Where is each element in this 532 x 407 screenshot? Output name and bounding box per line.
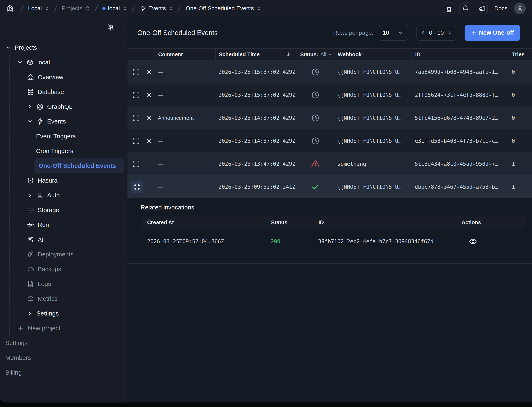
tries-value: 0 [512, 115, 515, 121]
breadcrumb-project[interactable]: local [102, 5, 128, 12]
header-cell-webhook: Webhook [334, 49, 411, 60]
chevrons-up-down-icon [122, 6, 128, 11]
file-text-icon [27, 281, 34, 287]
id-value: e31ffd53-b403-4f73-b7ce-c… [415, 138, 498, 144]
view-invocation-button[interactable] [468, 236, 478, 247]
graphite-button[interactable]: g [443, 2, 455, 14]
expand-row-button[interactable] [131, 67, 141, 77]
expand-row-button[interactable] [131, 136, 141, 146]
sidebar-item-metrics[interactable]: Metrics [0, 291, 127, 306]
tries-value: 0 [512, 69, 515, 75]
pin-off-icon [107, 23, 114, 31]
sidebar-item-event-triggers[interactable]: Event Triggers [0, 129, 127, 144]
next-page-button[interactable] [447, 30, 452, 36]
sidebar-item-database[interactable]: Database [0, 85, 127, 99]
sidebar-item-deployments[interactable]: Deployments [0, 247, 127, 262]
sort-descending-icon [285, 52, 291, 57]
comment-value: — [158, 138, 163, 144]
cancel-event-button[interactable] [144, 113, 154, 123]
clock-icon [311, 91, 319, 99]
eye-icon [469, 238, 477, 245]
header-cell-created-at: Created At [141, 216, 267, 229]
expand-row-button[interactable] [131, 113, 141, 123]
sidebar: Projects local Overview Database GraphQL [0, 17, 127, 402]
docs-link[interactable]: Docs [494, 5, 507, 12]
rows-per-page-select[interactable]: 10 [378, 25, 408, 41]
id-value: 2ff95624-731f-4efd-8889-f… [415, 92, 498, 98]
sidebar-item-new-project[interactable]: New project [0, 321, 127, 336]
header-cell-id: ID [314, 216, 458, 229]
sidebar-item-events[interactable]: Events [0, 114, 127, 129]
sidebar-item-overview[interactable]: Overview [0, 70, 127, 85]
tries-value: 0 [512, 92, 515, 98]
active-item-pill: One-Off Scheduled Events [34, 158, 124, 173]
sidebar-item-graphql[interactable]: GraphQL [0, 99, 127, 114]
sidebar-item-storage[interactable]: Storage [0, 203, 127, 218]
header-cell-scheduled-time[interactable]: Scheduled Time [215, 49, 296, 60]
sidebar-item-local[interactable]: local [0, 55, 127, 70]
breadcrumb-projects[interactable]: Projects [62, 5, 90, 12]
main-content: One-Off Scheduled Events Rows per page: … [128, 17, 532, 402]
graphql-icon [37, 103, 43, 110]
sidebar-item-projects[interactable]: Projects [0, 40, 127, 55]
maximize-icon [132, 160, 140, 168]
zap-icon [140, 5, 146, 11]
webhook-value: something [337, 161, 366, 167]
footer-link-members[interactable]: Members [0, 350, 127, 365]
breadcrumb-org[interactable]: Local [28, 5, 50, 12]
sidebar-item-auth[interactable]: Auth [0, 188, 127, 203]
comment-value: — [158, 69, 163, 75]
header-cell-comment: Comment [154, 49, 215, 60]
expand-row-button[interactable] [131, 90, 141, 100]
page-header: One-Off Scheduled Events Rows per page: … [128, 17, 532, 48]
docker-icon [27, 221, 34, 228]
avatar[interactable] [514, 2, 526, 14]
table-row: — 2026-03-25T15:37:02.429Z {{NHOST_FUNCT… [128, 84, 532, 106]
sidebar-item-logs[interactable]: Logs [0, 276, 127, 291]
sidebar-item-ai[interactable]: AI [0, 232, 127, 247]
previous-page-button[interactable] [420, 30, 426, 36]
megaphone-icon [479, 5, 485, 12]
notifications-button[interactable] [459, 2, 471, 14]
breadcrumb-section[interactable]: Events [140, 5, 174, 12]
home-icon [27, 74, 34, 81]
header-cell-status-filter[interactable]: Status: All [296, 49, 334, 60]
cancel-event-button[interactable] [144, 67, 154, 77]
announcements-button[interactable] [476, 2, 488, 14]
sidebar-item-backups[interactable]: Backups [0, 262, 127, 276]
sidebar-item-cron-triggers[interactable]: Cron Triggers [0, 144, 127, 158]
expand-row-button[interactable] [131, 159, 141, 169]
hasura-icon [27, 177, 34, 184]
sidebar-item-one-off-scheduled-events[interactable]: One-Off Scheduled Events [0, 158, 127, 173]
webhook-value: {{NHOST_FUNCTIONS_U… [337, 69, 402, 75]
sidebar-item-settings[interactable]: Settings [0, 306, 127, 321]
chevron-down-icon [27, 118, 33, 124]
footer-link-billing[interactable]: Billing [0, 365, 127, 380]
header-cell-actions [128, 49, 154, 60]
unpin-sidebar-button[interactable] [105, 22, 116, 32]
footer-link-settings[interactable]: Settings [0, 336, 127, 350]
one-off-events-table: Comment Scheduled Time Status: All Webho… [128, 48, 532, 198]
nhost-logo [6, 3, 16, 13]
tries-value: 0 [512, 138, 515, 144]
cancel-event-button[interactable] [144, 136, 154, 146]
breadcrumb-separator [54, 5, 57, 12]
rocket-icon [27, 251, 34, 258]
chevron-down-icon [328, 52, 332, 57]
sidebar-item-run[interactable]: Run [0, 218, 127, 232]
chevrons-up-down-icon [256, 6, 262, 11]
sidebar-item-hasura[interactable]: Hasura [0, 173, 127, 188]
chevrons-up-down-icon [168, 6, 174, 11]
webhook-value: {{NHOST_FUNCTIONS_U… [337, 92, 402, 98]
plus-icon [471, 30, 477, 36]
new-one-off-button[interactable]: New One-off [464, 25, 520, 41]
page-title: One-Off Scheduled Events [137, 29, 218, 37]
gauge-icon [27, 295, 34, 302]
breadcrumb-page[interactable]: One-Off Scheduled Events [186, 5, 262, 12]
sidebar-header [0, 17, 127, 37]
maximize-icon [132, 91, 140, 99]
cancel-event-button[interactable] [144, 90, 154, 100]
collapse-row-button[interactable] [131, 180, 144, 193]
comment-value: — [158, 161, 163, 167]
comment-value: Announcement [158, 115, 194, 121]
